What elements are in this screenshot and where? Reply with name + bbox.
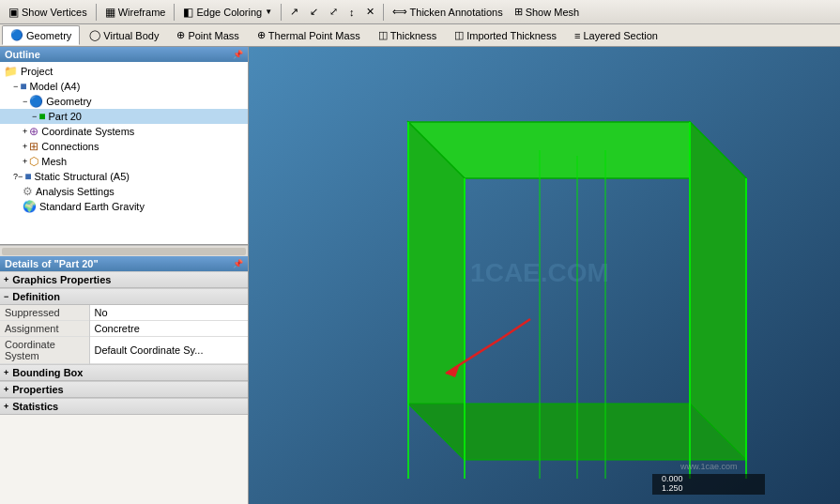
imported-thickness-label: Imported Thickness (466, 30, 557, 41)
suppressed-value: No (89, 305, 248, 321)
properties-header[interactable]: + Properties (0, 381, 248, 398)
def-expander-icon: − (4, 292, 8, 301)
tree-item-geometry[interactable]: − 🔵 Geometry (0, 94, 248, 109)
tree-item-project[interactable]: 📁 Project (0, 64, 248, 79)
gravity-label: Standard Earth Gravity (39, 201, 145, 212)
tab-imported-thickness[interactable]: ◫ Imported Thickness (446, 25, 565, 45)
assignment-key: Assignment (0, 321, 89, 337)
svg-text:0.000: 0.000 (662, 474, 683, 483)
tree-item-static[interactable]: ?− ■ Static Structural (A5) (0, 169, 248, 184)
details-pin-icon[interactable]: 📌 (233, 259, 243, 268)
definition-header[interactable]: − Definition (0, 288, 248, 305)
assignment-row[interactable]: Assignment Concretre (0, 321, 248, 337)
tree-item-mesh[interactable]: + ⬡ Mesh (0, 154, 248, 169)
show-vertices-button[interactable]: ▣ Show Vertices (4, 4, 92, 21)
details-title: Details of "Part 20" (5, 258, 99, 269)
show-mesh-icon: ⊞ (514, 6, 523, 18)
outline-hscroll[interactable] (0, 245, 248, 256)
left-panel: Outline 📌 📁 Project − ■ Model (A4) − 🔵 (0, 47, 249, 504)
analysis-label: Analysis Settings (36, 186, 115, 197)
coord-expander[interactable]: + (23, 127, 27, 136)
statistics-label: Statistics (12, 401, 58, 412)
model-expander[interactable]: − (13, 82, 18, 91)
main-area: Outline 📌 📁 Project − ■ Model (A4) − 🔵 (0, 47, 840, 504)
graphics-properties-header[interactable]: + Graphics Properties (0, 271, 248, 288)
tree-item-part20[interactable]: − ■ Part 20 (0, 109, 248, 124)
definition-table: Suppressed No Assignment Concretre Coord… (0, 305, 248, 364)
tool-2[interactable]: ↙ (305, 4, 323, 20)
static-expander[interactable]: ?− (13, 172, 23, 181)
hscroll-track (2, 248, 246, 255)
thicken-annotations-button[interactable]: ⟺ Thicken Annotations (388, 4, 508, 20)
bounding-box-label: Bounding Box (12, 367, 83, 378)
analysis-icon: ⚙ (23, 185, 33, 198)
tree-item-connections[interactable]: + ⊞ Connections (0, 139, 248, 154)
connections-icon: ⊞ (29, 140, 38, 153)
geometry-tab-label: Geometry (26, 30, 71, 41)
thicken-annotations-label: Thicken Annotations (410, 7, 503, 18)
edge-coloring-button[interactable]: ◧ Edge Coloring ▼ (178, 4, 277, 21)
tree-item-model[interactable]: − ■ Model (A4) (0, 79, 248, 94)
svg-text:1.250: 1.250 (662, 483, 683, 493)
assignment-value[interactable]: Concretre (89, 321, 248, 337)
point-mass-icon: ⊕ (176, 29, 185, 41)
show-vertices-label: Show Vertices (22, 7, 87, 18)
pin-icon[interactable]: 📌 (233, 50, 243, 59)
details-header: Details of "Part 20" 📌 (0, 256, 248, 271)
wireframe-button[interactable]: ▦ Wireframe (100, 4, 171, 21)
properties-label: Properties (12, 384, 63, 395)
toolbar: ▣ Show Vertices ▦ Wireframe ◧ Edge Color… (0, 0, 840, 24)
static-icon: ■ (24, 170, 31, 183)
edge-coloring-dropdown-icon: ▼ (265, 8, 272, 16)
definition-label: Definition (12, 291, 60, 302)
mesh-label: Mesh (41, 156, 67, 167)
gravity-icon: 🌍 (23, 200, 37, 213)
connections-expander[interactable]: + (23, 142, 27, 151)
imported-thickness-icon: ◫ (454, 29, 464, 41)
suppressed-row: Suppressed No (0, 305, 248, 321)
tab-thermal-point-mass[interactable]: ⊕ Thermal Point Mass (249, 25, 369, 45)
thermal-point-mass-label: Thermal Point Mass (268, 30, 360, 41)
coord-system-value: Default Coordinate Sy... (89, 337, 248, 364)
bb-expander-icon: + (4, 368, 8, 377)
virtual-body-label: Virtual Body (103, 30, 159, 41)
mesh-expander[interactable]: + (23, 157, 27, 166)
show-mesh-button[interactable]: ⊞ Show Mesh (510, 4, 584, 20)
geometry-tree-label: Geometry (46, 96, 91, 107)
geometry-tab-icon: 🔵 (10, 29, 23, 41)
tab-point-mass[interactable]: ⊕ Point Mass (168, 25, 247, 45)
tab-geometry[interactable]: 🔵 Geometry (2, 25, 80, 45)
bounding-box-header[interactable]: + Bounding Box (0, 364, 248, 381)
geometry-expander[interactable]: − (23, 97, 27, 106)
model-icon: ■ (20, 80, 26, 93)
tree-item-analysis[interactable]: ⚙ Analysis Settings (0, 184, 248, 199)
tool-4[interactable]: ↕ (344, 5, 359, 20)
tree-item-gravity[interactable]: 🌍 Standard Earth Gravity (0, 199, 248, 214)
tab-row: 🔵 Geometry ◯ Virtual Body ⊕ Point Mass ⊕… (0, 24, 840, 47)
thicken-icon: ⟺ (392, 6, 407, 18)
sep-2 (174, 4, 175, 21)
tool-1[interactable]: ↗ (285, 4, 303, 20)
outline-tree[interactable]: 📁 Project − ■ Model (A4) − 🔵 Geometry − (0, 62, 248, 245)
edge-coloring-icon: ◧ (183, 6, 193, 19)
tool-3[interactable]: ⤢ (325, 4, 343, 20)
statistics-header[interactable]: + Statistics (0, 398, 248, 415)
part20-expander[interactable]: − (32, 112, 37, 121)
point-mass-label: Point Mass (188, 30, 238, 41)
tool-5[interactable]: ✕ (361, 4, 379, 20)
thickness-icon: ◫ (378, 29, 388, 41)
layered-section-label: Layered Section (583, 30, 658, 41)
3d-shape: 1CAE.COM (249, 47, 840, 504)
tool-1-icon: ↗ (290, 6, 298, 18)
layered-section-icon: ≡ (574, 30, 580, 41)
viewport[interactable]: 1CAE.COM (249, 47, 840, 504)
tab-thickness[interactable]: ◫ Thickness (370, 25, 446, 45)
tree-item-coord[interactable]: + ⊕ Coordinate Systems (0, 124, 248, 139)
tab-virtual-body[interactable]: ◯ Virtual Body (81, 25, 167, 45)
virtual-body-icon: ◯ (89, 29, 100, 41)
tab-layered-section[interactable]: ≡ Layered Section (566, 26, 666, 45)
wireframe-label: Wireframe (118, 7, 166, 18)
coord-label: Coordinate Systems (41, 126, 134, 137)
tool-2-icon: ↙ (310, 6, 318, 18)
thermal-point-icon: ⊕ (257, 29, 266, 41)
